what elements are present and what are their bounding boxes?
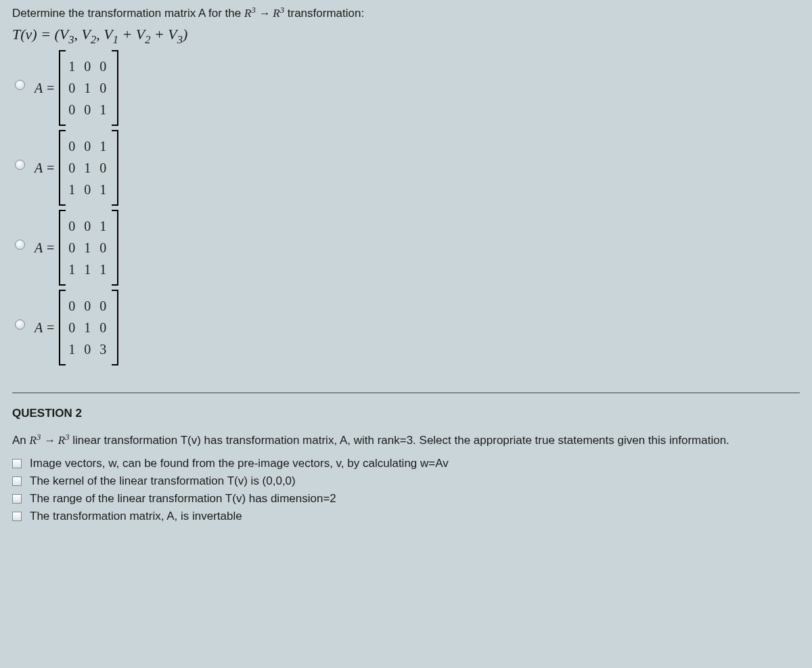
matrix-brackets: 0 0 1 0 1 0 1 0 1 [59, 130, 118, 206]
q1-prompt-pre: Determine the transformation matrix A fo… [12, 7, 244, 20]
matrix-row: 1 0 1 [68, 179, 109, 200]
q2-check-3[interactable]: The range of the linear transformation T… [12, 492, 800, 506]
q1-options: A = 1 0 0 0 1 0 0 0 1 A = 0 0 1 0 1 0 1 … [15, 50, 800, 365]
radio-icon[interactable] [15, 319, 25, 330]
question-divider [12, 393, 800, 393]
q1-option-2[interactable]: A = 0 0 1 0 1 0 1 0 1 [15, 130, 800, 206]
q2-prompt: An R3 → R3 linear transformation T(v) ha… [12, 434, 800, 447]
matrix-brackets: 0 0 1 0 1 0 1 1 1 [59, 210, 118, 286]
matrix-option: A = 1 0 0 0 1 0 0 0 1 [35, 50, 118, 126]
matrix-row: 0 0 0 [68, 295, 109, 317]
q1-prompt: Determine the transformation matrix A fo… [12, 7, 800, 20]
radio-icon[interactable] [15, 80, 25, 90]
matrix-row: 0 1 0 [68, 237, 109, 259]
matrix-row: 0 1 0 [68, 157, 109, 179]
matrix-option: A = 0 0 1 0 1 0 1 0 1 [35, 130, 118, 206]
q2-check-2[interactable]: The kernel of the linear transformation … [12, 474, 800, 488]
matrix-brackets: 0 0 0 0 1 0 1 0 3 [59, 290, 118, 365]
q2-prompt-math: R3 → R3 [30, 434, 70, 447]
check-label: The range of the linear transformation T… [30, 492, 336, 506]
matrix-row: 1 0 3 [68, 338, 109, 360]
matrix-label: A = [35, 320, 55, 336]
q1-option-4[interactable]: A = 0 0 0 0 1 0 1 0 3 [15, 290, 800, 365]
q1-prompt-post: transformation: [288, 7, 364, 20]
matrix-label: A = [35, 81, 55, 96]
check-label: The kernel of the linear transformation … [30, 474, 296, 488]
q1-option-1[interactable]: A = 1 0 0 0 1 0 0 0 1 [15, 50, 800, 126]
check-label: Image vectors, w, can be found from the … [30, 457, 449, 470]
q2-check-4[interactable]: The transformation matrix, A, is inverta… [12, 510, 800, 523]
matrix-row: 1 0 0 [68, 55, 109, 77]
question-2: QUESTION 2 An R3 → R3 linear transformat… [12, 407, 800, 523]
q2-check-1[interactable]: Image vectors, w, can be found from the … [12, 457, 800, 470]
q2-title: QUESTION 2 [12, 407, 800, 420]
checkbox-icon[interactable] [12, 512, 22, 521]
q2-prompt-pre: An [12, 434, 30, 447]
matrix-option: A = 0 0 1 0 1 0 1 1 1 [35, 210, 118, 286]
q1-formula: T(v) = (V3, V2, V1 + V2 + V3) [12, 26, 800, 43]
matrix-option: A = 0 0 0 0 1 0 1 0 3 [35, 290, 118, 365]
matrix-label: A = [35, 240, 55, 256]
question-1: Determine the transformation matrix A fo… [12, 7, 800, 365]
checkbox-icon[interactable] [12, 494, 22, 504]
matrix-row: 1 1 1 [68, 259, 109, 280]
matrix-row: 0 1 0 [68, 77, 109, 99]
matrix-row: 0 0 1 [68, 99, 109, 120]
radio-icon[interactable] [15, 160, 25, 170]
checkbox-icon[interactable] [12, 476, 22, 486]
q1-prompt-math: R3 → R3 [244, 7, 284, 20]
q1-option-3[interactable]: A = 0 0 1 0 1 0 1 1 1 [15, 210, 800, 286]
check-label: The transformation matrix, A, is inverta… [30, 510, 242, 523]
matrix-label: A = [35, 160, 55, 176]
matrix-brackets: 1 0 0 0 1 0 0 0 1 [59, 50, 118, 126]
matrix-row: 0 1 0 [68, 317, 109, 338]
q2-prompt-post: linear transformation T(v) has transform… [72, 434, 729, 447]
matrix-row: 0 0 1 [68, 215, 109, 237]
matrix-row: 0 0 1 [68, 135, 109, 157]
radio-icon[interactable] [15, 240, 25, 250]
checkbox-icon[interactable] [12, 459, 22, 468]
